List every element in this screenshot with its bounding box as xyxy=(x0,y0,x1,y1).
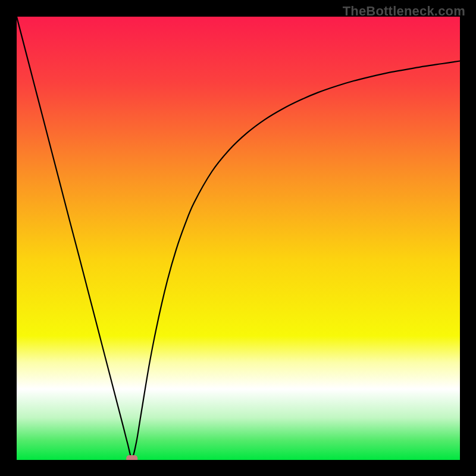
minimum-marker xyxy=(126,455,137,460)
chart-background-gradient xyxy=(17,17,460,460)
chart-plot xyxy=(17,17,460,460)
chart-frame xyxy=(17,17,460,460)
